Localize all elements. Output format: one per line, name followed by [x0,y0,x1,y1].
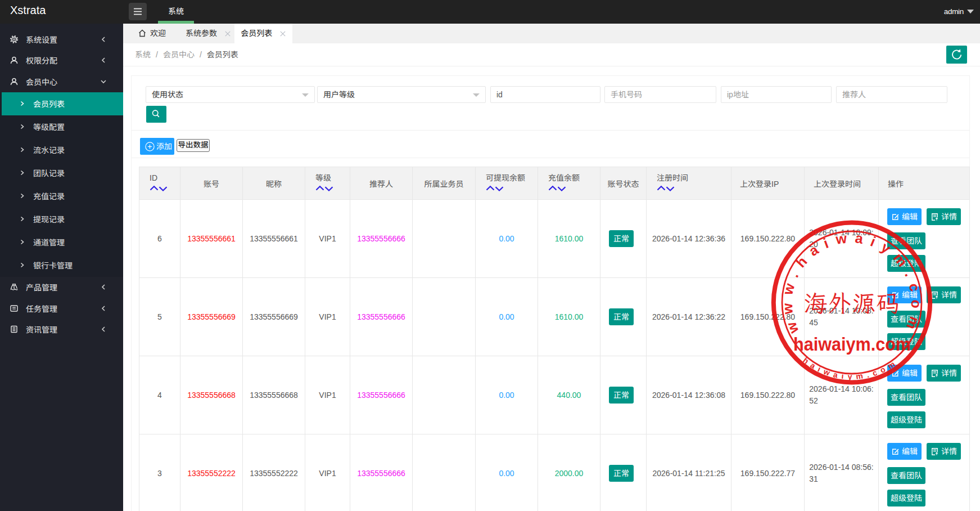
svg-text:haiwaiym.com: haiwaiym.com [801,356,900,381]
svg-text:www.haiwaiym.com: www.haiwaiym.com [779,230,924,339]
svg-text:haiwaiym.com: haiwaiym.com [793,334,911,355]
svg-text:海外源码: 海外源码 [803,288,900,319]
